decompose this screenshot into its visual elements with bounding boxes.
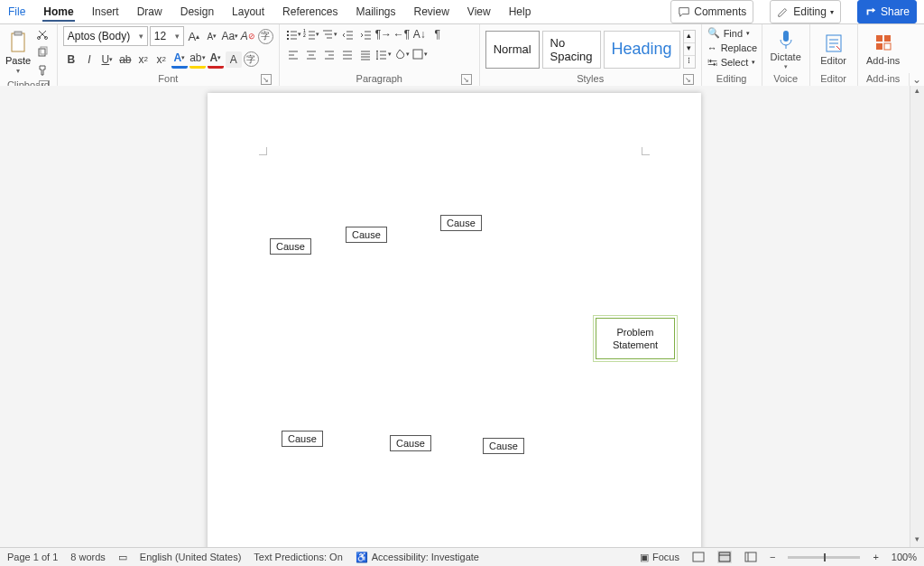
phonetic-guide-button[interactable]: 字 — [258, 29, 273, 44]
focus-mode-button[interactable]: ▣Focus — [640, 552, 679, 563]
editor-button[interactable]: Editor — [816, 32, 852, 66]
view-read-button[interactable] — [692, 552, 705, 562]
tab-design[interactable]: Design — [180, 2, 215, 22]
comments-button[interactable]: Comments — [670, 0, 753, 23]
tab-mailings[interactable]: Mailings — [355, 2, 396, 22]
justify-button[interactable] — [339, 46, 356, 62]
style-no-spacing[interactable]: No Spacing — [542, 31, 601, 69]
styles-launcher[interactable]: ↘ — [683, 74, 694, 85]
text-effects-button[interactable]: A▾ — [171, 50, 188, 69]
paragraph-launcher[interactable]: ↘ — [461, 74, 472, 85]
style-normal[interactable]: Normal — [485, 31, 540, 69]
zoom-out-button[interactable]: − — [770, 552, 775, 562]
multilevel-list-button[interactable]: ▾ — [321, 26, 337, 42]
zoom-thumb[interactable] — [824, 553, 826, 561]
styles-more-icon[interactable]: ⁞ — [684, 56, 695, 68]
italic-button[interactable]: I — [81, 51, 97, 68]
chevron-up-icon[interactable]: ▴ — [684, 31, 695, 43]
style-heading1[interactable]: Heading — [604, 31, 680, 69]
cause-box[interactable]: Cause — [346, 227, 387, 243]
change-case-button[interactable]: Aa▾ — [222, 28, 238, 44]
distributed-button[interactable] — [357, 46, 374, 62]
addins-button[interactable]: Add-ins — [864, 32, 903, 66]
line-spacing-button[interactable]: ▾ — [375, 46, 392, 62]
subscript-button[interactable]: x2 — [135, 51, 152, 68]
cut-button[interactable] — [34, 26, 51, 42]
page[interactable]: Cause Cause Cause Cause Cause Cause Prob… — [208, 93, 701, 548]
view-print-button[interactable] — [717, 551, 732, 563]
zoom-in-button[interactable]: + — [873, 552, 878, 562]
underline-button[interactable]: U▾ — [99, 51, 116, 68]
tab-draw[interactable]: Draw — [136, 2, 163, 22]
font-launcher[interactable]: ↘ — [261, 74, 272, 85]
collapse-ribbon-button[interactable]: ⌄ — [909, 73, 924, 86]
dictate-button[interactable]: Dictate▾ — [768, 29, 804, 70]
status-language[interactable]: English (United States) — [140, 552, 242, 562]
show-marks-button[interactable]: ¶ — [430, 26, 446, 42]
enclose-characters-button[interactable]: 字 — [244, 51, 259, 67]
status-predictions[interactable]: Text Predictions: On — [254, 552, 342, 562]
clear-formatting-button[interactable]: A⊘ — [240, 28, 256, 44]
borders-button[interactable]: ▾ — [411, 46, 428, 62]
ltr-button[interactable]: ¶→ — [375, 26, 392, 42]
tab-view[interactable]: View — [467, 2, 492, 22]
paste-button[interactable]: Paste ▾ — [5, 31, 31, 75]
tab-layout[interactable]: Layout — [231, 2, 265, 22]
font-size-select[interactable]: 12▾ — [150, 26, 184, 46]
cause-box[interactable]: Cause — [282, 431, 323, 447]
tab-insert[interactable]: Insert — [91, 2, 120, 22]
font-color-button[interactable]: A▾ — [208, 50, 224, 69]
scroll-down-button[interactable]: ▾ — [910, 534, 924, 548]
zoom-slider[interactable] — [788, 556, 860, 559]
format-painter-button[interactable] — [34, 62, 51, 79]
problem-statement-box[interactable]: ProblemStatement — [596, 318, 675, 359]
tab-help[interactable]: Help — [508, 2, 532, 22]
cause-box[interactable]: Cause — [390, 435, 431, 451]
tab-home[interactable]: Home — [42, 2, 74, 22]
bullets-button[interactable]: ▾ — [285, 26, 301, 42]
paste-label: Paste — [5, 55, 31, 66]
replace-button[interactable]: ↔Replace — [707, 41, 757, 54]
strikethrough-button[interactable]: ab — [117, 51, 134, 68]
shrink-font-button[interactable]: A▾ — [204, 28, 220, 44]
align-center-button[interactable] — [303, 46, 319, 62]
cause-box[interactable]: Cause — [270, 238, 311, 255]
highlight-button[interactable]: ab▾ — [189, 50, 206, 69]
increase-indent-button[interactable] — [357, 26, 374, 42]
grow-font-button[interactable]: A▴ — [186, 28, 202, 44]
align-right-button[interactable] — [321, 46, 337, 62]
character-shading-button[interactable]: A — [226, 51, 242, 68]
cause-box[interactable]: Cause — [483, 438, 524, 454]
align-left-button[interactable] — [285, 46, 301, 62]
scroll-up-button[interactable]: ▴ — [910, 86, 924, 99]
styles-scroll[interactable]: ▴▾⁞ — [683, 30, 696, 69]
view-web-button[interactable] — [744, 552, 757, 562]
font-name-select[interactable]: Aptos (Body)▾ — [63, 26, 148, 46]
document-area[interactable]: Cause Cause Cause Cause Cause Cause Prob… — [0, 86, 924, 548]
copy-button[interactable] — [34, 44, 51, 60]
editing-mode-button[interactable]: Editing ▾ — [770, 0, 841, 23]
cause-box[interactable]: Cause — [440, 215, 482, 231]
tab-review[interactable]: Review — [413, 2, 450, 22]
find-button[interactable]: 🔍Find▾ — [707, 26, 750, 40]
status-page[interactable]: Page 1 of 1 — [7, 552, 58, 562]
share-button[interactable]: Share — [857, 0, 917, 23]
vertical-scrollbar[interactable]: ▴ ▾ — [910, 86, 924, 548]
tab-file[interactable]: File — [7, 2, 26, 22]
focus-label: Focus — [652, 552, 679, 562]
superscript-button[interactable]: x2 — [153, 51, 170, 68]
status-accessibility[interactable]: ♿Accessibility: Investigate — [356, 552, 479, 563]
shading-button[interactable]: ▾ — [393, 46, 410, 62]
sort-button[interactable]: A↓ — [411, 26, 428, 42]
status-words[interactable]: 8 words — [70, 552, 106, 562]
chevron-down-icon[interactable]: ▾ — [684, 43, 695, 56]
bold-button[interactable]: B — [63, 51, 79, 68]
select-button[interactable]: ⭾Select▾ — [707, 55, 756, 69]
status-spelling[interactable]: ▭ — [118, 552, 127, 563]
comments-label: Comments — [694, 5, 746, 18]
zoom-level[interactable]: 100% — [892, 552, 917, 562]
rtl-button[interactable]: ←¶ — [393, 26, 410, 42]
decrease-indent-button[interactable] — [339, 26, 356, 42]
tab-references[interactable]: References — [282, 2, 338, 22]
numbering-button[interactable]: 12▾ — [303, 26, 319, 42]
